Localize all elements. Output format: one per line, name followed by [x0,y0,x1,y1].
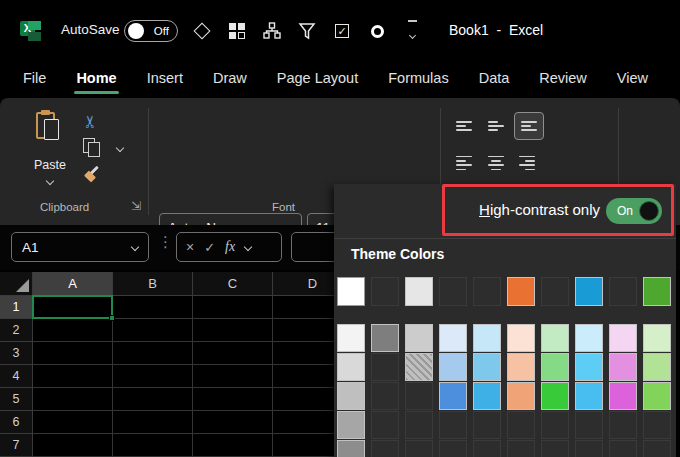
theme-color-swatch-10[interactable] [643,277,671,306]
cell-A7[interactable] [33,434,113,457]
column-header-c[interactable]: C [193,272,273,296]
diamond-icon[interactable] [192,21,212,41]
variant-swatch-r3-c1[interactable] [337,382,365,410]
high-contrast-toggle[interactable]: On [606,198,662,224]
variant-swatch-r2-c8[interactable] [575,353,603,381]
tab-page-layout[interactable]: Page Layout [262,64,373,96]
cell-C6[interactable] [193,411,273,434]
tab-home[interactable]: Home [61,64,131,96]
select-all-corner[interactable] [0,272,33,296]
variant-swatch-r2-c6[interactable] [507,353,535,381]
customize-qat-chevron-icon[interactable] [402,21,422,41]
paste-button[interactable]: Paste [26,106,74,188]
format-painter-button[interactable] [84,164,104,184]
filter-icon[interactable] [297,21,317,41]
fill-handle[interactable] [109,315,115,321]
tab-formulas[interactable]: Formulas [373,64,463,96]
fx-chevron-icon[interactable] [244,243,252,251]
row-header-2[interactable]: 2 [0,319,33,342]
clipboard-dialog-launcher-icon[interactable]: ⇲ [131,199,141,213]
variant-swatch-r2-c7[interactable] [541,353,569,381]
variant-swatch-r3-c5[interactable] [473,382,501,410]
cell-C5[interactable] [193,388,273,411]
cancel-icon[interactable]: × [186,239,194,255]
cell-A5[interactable] [33,388,113,411]
cell-C2[interactable] [193,319,273,342]
variant-swatch-r2-c9[interactable] [609,353,637,381]
variant-swatch-r1-c5[interactable] [473,324,501,352]
cell-A2[interactable] [33,319,113,342]
tab-view[interactable]: View [602,64,663,96]
variant-swatch-r3-c7[interactable] [541,382,569,410]
row-header-5[interactable]: 5 [0,388,33,411]
variant-swatch-r1-c3[interactable] [405,324,433,352]
variant-swatch-r3-c8[interactable] [575,382,603,410]
variant-swatch-r2-c5[interactable] [473,353,501,381]
align-right-button[interactable] [514,151,540,175]
cell-B6[interactable] [113,411,193,434]
variant-swatch-r2-c10[interactable] [643,353,671,381]
org-chart-icon[interactable] [262,21,282,41]
tab-insert[interactable]: Insert [132,64,198,96]
theme-color-swatch-1[interactable] [337,277,365,306]
grid-icon[interactable] [227,21,247,41]
align-bottom-button[interactable] [514,112,544,140]
tab-review[interactable]: Review [524,64,602,96]
variant-swatch-r4-c1[interactable] [337,411,365,439]
copy-chevron-icon[interactable] [116,144,124,152]
cell-B1[interactable] [113,296,193,319]
variant-swatch-r3-c4[interactable] [439,382,467,410]
align-left-button[interactable] [451,151,477,175]
align-top-button[interactable] [451,114,477,138]
align-middle-button[interactable] [483,114,509,138]
theme-color-swatch-8[interactable] [575,277,603,306]
cell-B3[interactable] [113,342,193,365]
variant-swatch-r1-c8[interactable] [575,324,603,352]
tab-draw[interactable]: Draw [198,64,262,96]
variant-swatch-r1-c1[interactable] [337,324,365,352]
checkbox-icon[interactable]: ✓ [332,21,352,41]
circle-icon[interactable] [367,21,387,41]
variant-swatch-r1-c10[interactable] [643,324,671,352]
variant-swatch-r3-c9[interactable] [609,382,637,410]
name-box[interactable]: A1 [11,232,149,262]
cell-B2[interactable] [113,319,193,342]
cell-B5[interactable] [113,388,193,411]
cell-C7[interactable] [193,434,273,457]
cell-B4[interactable] [113,365,193,388]
copy-button[interactable] [83,138,103,158]
cell-A4[interactable] [33,365,113,388]
tab-data[interactable]: Data [464,64,525,96]
cell-A6[interactable] [33,411,113,434]
variant-swatch-r3-c6[interactable] [507,382,535,410]
theme-color-swatch-3[interactable] [405,277,433,306]
tab-file[interactable]: File [8,64,61,96]
cell-C4[interactable] [193,365,273,388]
row-header-1[interactable]: 1 [0,296,33,319]
row-header-4[interactable]: 4 [0,365,33,388]
align-center-button[interactable] [483,151,509,175]
formula-bar-handle-icon[interactable]: ⋮ [158,233,173,251]
variant-swatch-r1-c6[interactable] [507,324,535,352]
row-header-6[interactable]: 6 [0,411,33,434]
enter-check-icon[interactable]: ✓ [204,240,215,255]
variant-swatch-r1-c2[interactable] [371,324,399,352]
theme-color-swatch-6[interactable] [507,277,535,306]
variant-swatch-r3-c10[interactable] [643,382,671,410]
autosave-toggle[interactable]: Off [124,20,178,42]
variant-swatch-r1-c7[interactable] [541,324,569,352]
row-header-7[interactable]: 7 [0,434,33,457]
variant-swatch-r2-c1[interactable] [337,353,365,381]
cell-A3[interactable] [33,342,113,365]
variant-swatch-r1-c9[interactable] [609,324,637,352]
column-header-b[interactable]: B [113,272,193,296]
variant-swatch-r2-c3[interactable] [405,353,433,381]
paste-chevron-icon[interactable] [46,177,54,185]
cell-C3[interactable] [193,342,273,365]
column-header-a[interactable]: A [33,272,113,296]
variant-swatch-r1-c4[interactable] [439,324,467,352]
row-header-3[interactable]: 3 [0,342,33,365]
variant-swatch-r5-c1[interactable] [337,440,365,457]
variant-swatch-r2-c4[interactable] [439,353,467,381]
cell-B7[interactable] [113,434,193,457]
